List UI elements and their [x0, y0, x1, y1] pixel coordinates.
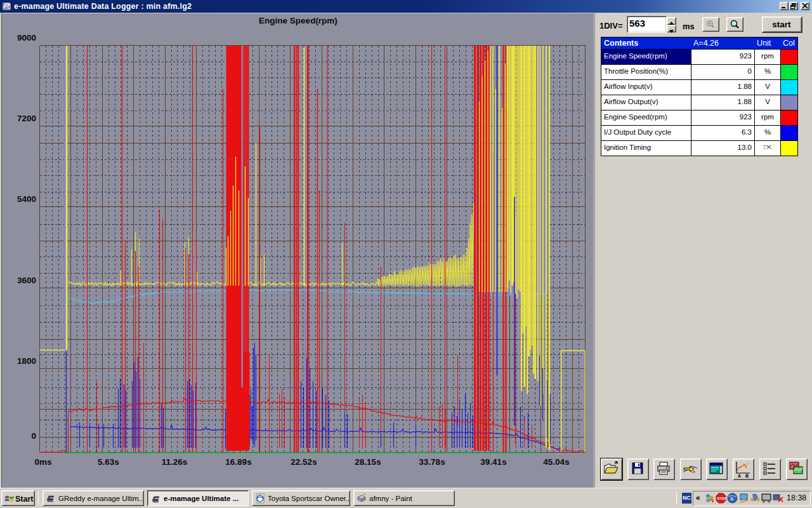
svg-text:STOP: STOP	[717, 497, 726, 500]
svg-text:x: x	[710, 498, 713, 504]
